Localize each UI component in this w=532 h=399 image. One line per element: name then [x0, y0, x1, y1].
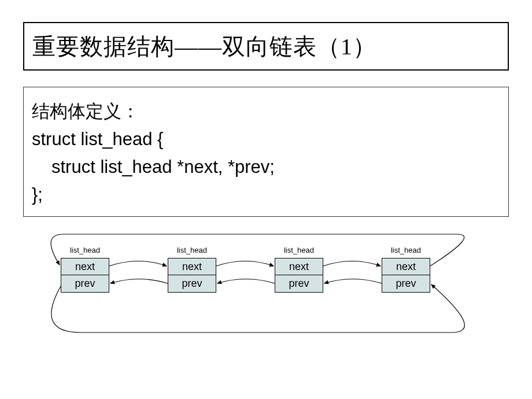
node-type-label: list_head [168, 246, 216, 254]
node-type-label: list_head [61, 246, 109, 254]
node-type-label: list_head [275, 246, 323, 254]
prev-field: prev [275, 275, 323, 293]
list-node: list_head next prev [382, 246, 430, 293]
next-field: next [61, 258, 109, 275]
title-container: 重要数据结构——双向链表（1） [23, 22, 509, 71]
code-line-2: struct list_head *next, *prev; [32, 153, 500, 181]
code-line-3: }; [32, 181, 500, 209]
definition-heading: 结构体定义： [32, 98, 500, 125]
code-definition-box: 结构体定义： struct list_head { struct list_he… [23, 87, 509, 217]
page-title: 重要数据结构——双向链表（1） [32, 31, 376, 62]
list-node: list_head next prev [275, 246, 323, 293]
code-line-1: struct list_head { [32, 125, 500, 153]
prev-field: prev [382, 275, 430, 293]
list-node: list_head next prev [168, 246, 216, 293]
node-type-label: list_head [382, 246, 430, 254]
linked-list-diagram: list_head next prev list_head next prev … [23, 228, 509, 361]
next-field: next [382, 258, 430, 275]
prev-field: prev [168, 275, 216, 293]
list-node: list_head next prev [61, 246, 109, 293]
next-field: next [168, 258, 216, 275]
prev-field: prev [61, 275, 109, 293]
next-field: next [275, 258, 323, 275]
